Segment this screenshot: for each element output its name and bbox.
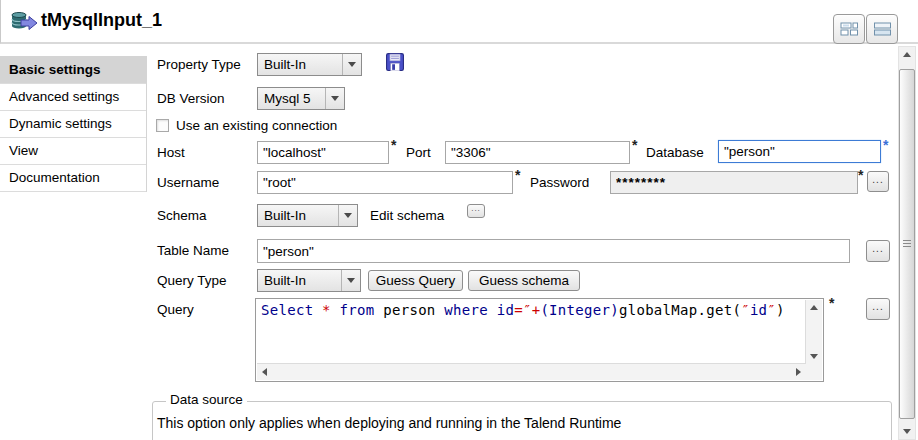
query-vertical-scrollbar[interactable] (805, 300, 822, 364)
port-required-marker: * (632, 137, 637, 153)
scroll-right-icon[interactable] (796, 368, 801, 376)
tab-documentation[interactable]: Documentation (0, 165, 146, 192)
password-label: Password (530, 175, 589, 190)
sql-keyword: Select (261, 302, 313, 318)
sql-text: ) (776, 302, 785, 318)
database-component-icon (10, 11, 38, 32)
tab-dynamic-settings[interactable]: Dynamic settings (0, 111, 146, 138)
sql-keyword: id (750, 302, 767, 318)
sql-operator: ″ (741, 302, 750, 318)
use-existing-connection-label: Use an existing connection (176, 118, 337, 133)
scroll-left-icon[interactable] (262, 368, 267, 376)
username-required-marker: * (515, 167, 520, 183)
component-title: tMysqlInput_1 (41, 10, 162, 31)
scrollbar-corner (806, 364, 822, 380)
sql-operator: =″+ (514, 302, 540, 318)
settings-tabs: Basic settings Advanced settings Dynamic… (0, 56, 147, 192)
tab-advanced-settings[interactable]: Advanced settings (0, 84, 146, 111)
query-label: Query (157, 302, 194, 317)
database-input[interactable] (718, 140, 881, 163)
guess-query-button[interactable]: Guess Query (368, 270, 463, 291)
sql-text (331, 302, 340, 318)
data-source-note: This option only applies when deploying … (157, 415, 621, 431)
sql-text: globalMap.get( (619, 302, 741, 318)
property-type-select[interactable]: Built-In (257, 53, 362, 76)
password-input[interactable] (610, 171, 858, 194)
scroll-up-icon[interactable] (810, 305, 818, 310)
query-required-marker: * (829, 295, 834, 311)
data-source-group: Data source This option only applies whe… (152, 401, 892, 440)
username-input[interactable] (257, 171, 513, 194)
query-browse-button[interactable]: ... (866, 298, 890, 320)
grid-layout-icon (840, 21, 859, 37)
db-version-label: DB Version (157, 91, 225, 106)
sql-text: person (375, 302, 445, 318)
table-name-browse-button[interactable]: ... (866, 240, 890, 262)
header: tMysqlInput_1 (0, 0, 918, 44)
query-type-value: Built-In (258, 273, 341, 288)
vertical-scrollbar[interactable] (898, 46, 916, 440)
ellipsis-icon: ... (471, 206, 481, 216)
db-version-select[interactable]: Mysql 5 (257, 87, 345, 110)
chevron-down-icon (341, 270, 360, 291)
host-required-marker: * (391, 137, 396, 153)
database-required-marker: * (883, 137, 888, 153)
grid-layout-button[interactable] (833, 14, 865, 44)
edit-schema-button[interactable]: ... (467, 204, 485, 218)
rows-layout-icon (873, 21, 892, 37)
schema-select[interactable]: Built-In (257, 204, 358, 227)
scroll-down-icon[interactable] (810, 354, 818, 359)
rows-layout-button[interactable] (866, 14, 898, 44)
schema-label: Schema (157, 208, 207, 223)
sql-text (488, 302, 497, 318)
query-type-select[interactable]: Built-In (257, 269, 361, 292)
scroll-down-button[interactable] (899, 422, 915, 439)
use-existing-connection-checkbox[interactable] (156, 119, 169, 132)
sql-text (313, 302, 322, 318)
sql-keyword: (Integer) (540, 302, 619, 318)
port-input[interactable] (445, 141, 630, 164)
sql-keyword: from (340, 302, 375, 318)
ellipsis-icon: ... (872, 246, 883, 256)
query-horizontal-scrollbar[interactable] (257, 363, 806, 380)
tab-view[interactable]: View (0, 138, 146, 165)
ellipsis-icon: ... (872, 177, 883, 187)
data-source-legend: Data source (166, 392, 247, 407)
table-name-label: Table Name (157, 243, 229, 258)
sql-keyword: where (444, 302, 488, 318)
sql-operator: ″ (767, 302, 776, 318)
scrollbar-thumb[interactable] (899, 69, 915, 419)
db-version-value: Mysql 5 (258, 91, 325, 106)
host-label: Host (157, 145, 185, 160)
property-type-value: Built-In (258, 57, 342, 72)
save-properties-button[interactable] (386, 53, 404, 71)
sql-keyword: id (497, 302, 514, 318)
chevron-down-icon (342, 54, 361, 75)
database-label: Database (646, 145, 704, 160)
host-input[interactable] (257, 141, 389, 164)
chevron-down-icon (338, 205, 357, 226)
scroll-up-button[interactable] (899, 47, 915, 64)
ellipsis-icon: ... (872, 304, 883, 314)
password-browse-button[interactable]: ... (867, 171, 889, 192)
scroll-up-icon (903, 52, 911, 57)
query-text: Select * from person where id=″+(Integer… (261, 302, 803, 318)
query-type-label: Query Type (157, 273, 227, 288)
property-type-label: Property Type (157, 57, 241, 72)
query-editor[interactable]: Select * from person where id=″+(Integer… (255, 298, 824, 382)
guess-schema-button[interactable]: Guess schema (468, 270, 580, 291)
sql-operator: * (322, 302, 331, 318)
port-label: Port (406, 145, 431, 160)
username-label: Username (157, 175, 219, 190)
chevron-down-icon (325, 88, 344, 109)
edit-schema-label: Edit schema (370, 208, 444, 223)
scrollbar-grip-icon (903, 240, 911, 249)
table-name-input[interactable] (257, 239, 850, 263)
schema-value: Built-In (258, 208, 338, 223)
password-required-marker: * (858, 167, 863, 183)
tab-basic-settings[interactable]: Basic settings (0, 57, 146, 84)
scroll-down-icon (903, 429, 911, 434)
